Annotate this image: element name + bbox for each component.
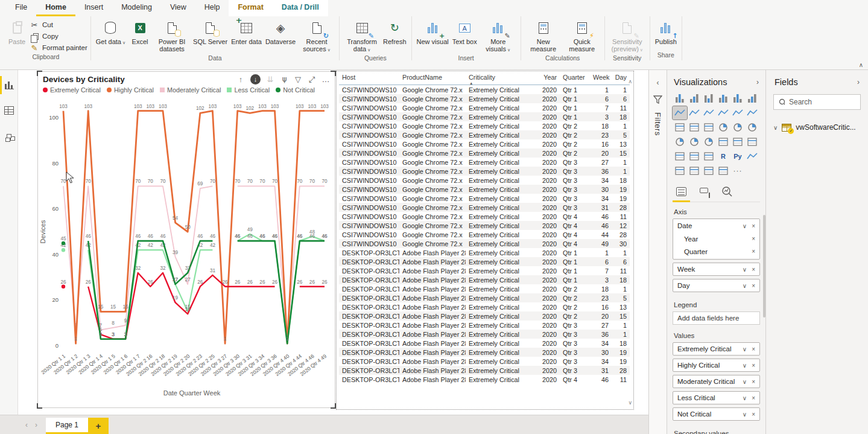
focus-mode-icon[interactable]: ⤢ [308,75,316,85]
scroll-up-icon[interactable]: ∧ [628,78,632,85]
analytics-pane-tab[interactable] [721,185,732,198]
previous-page-icon[interactable]: ‹ [25,421,28,429]
ribbon-tab-insert[interactable]: Insert [75,0,112,16]
legend-item-moderately-critical[interactable]: Moderately Critical [160,86,221,94]
table-row[interactable]: CSI7WINDOWS10Google Chrome 72.xExtremely… [339,158,630,167]
column-header-criticality[interactable]: Criticality▲ [466,72,537,85]
data-view-button[interactable] [0,100,18,121]
column-header-quarter[interactable]: Quarter [560,72,590,85]
treemap-icon[interactable] [745,121,759,134]
excel-button[interactable]: XExcel [127,18,153,45]
clustered-column-chart-icon[interactable] [716,92,730,105]
ribbon-tab-data-drill[interactable]: Data / Drill [273,0,328,16]
field-pill-extremely-critical[interactable]: Extremely Critical∨× [673,342,760,356]
cut-button[interactable]: ✂Cut [30,21,87,29]
table-row[interactable]: CSI7WINDOWS10Google Chrome 72.xExtremely… [339,212,630,221]
table-row[interactable]: CSI7WINDOWS10Google Chrome 72.xExtremely… [339,221,630,230]
field-pill-year[interactable]: Year× [673,232,759,245]
table-row[interactable]: DESKTOP-OR3LCTGAdobe Flash Player 28.xEx… [339,366,630,375]
model-view-button[interactable] [0,126,18,146]
refresh-button[interactable]: ↻Refresh [381,18,408,45]
table-row[interactable]: CSI7WINDOWS10Google Chrome 72.xExtremely… [339,103,630,112]
drill-down-icon[interactable]: ↓ [250,74,261,85]
ribbon-tab-file[interactable]: File [6,0,36,16]
remove-field-icon[interactable]: × [752,411,755,418]
key-influencers-icon[interactable] [745,150,759,163]
remove-field-icon[interactable]: × [752,223,755,229]
map-icon[interactable] [673,135,687,148]
field-pill-quarter[interactable]: Quarter× [673,245,759,258]
table-row[interactable]: CSI7WINDOWS10Google Chrome 72.xExtremely… [339,85,630,95]
ribbon-tab-modeling[interactable]: Modeling [112,0,161,16]
new-measure-button[interactable]: New measure [524,18,563,53]
chevron-down-icon[interactable]: ∨ [743,346,747,353]
matrix-icon[interactable] [702,150,716,163]
table-row[interactable]: DESKTOP-OR3LCTGAdobe Flash Player 28.xEx… [339,321,630,330]
ribbon-tab-format[interactable]: Format [229,0,272,16]
collapse-ribbon-icon[interactable]: ∧ [859,62,863,68]
page-tab[interactable]: Page 1 [46,418,88,434]
paste-button[interactable]: Paste [4,18,30,45]
expand-all-down-icon[interactable]: ⋔ [280,75,288,85]
table-row[interactable]: DESKTOP-OR3LCTGAdobe Flash Player 28.xEx… [339,375,630,384]
table-row[interactable]: CSI7WINDOWS10Google Chrome 72.xExtremely… [339,176,630,185]
selection-handle[interactable] [37,403,42,409]
table-row[interactable]: CSI7WINDOWS10Google Chrome 72.xExtremely… [339,194,630,203]
ribbon-tab-help[interactable]: Help [195,0,229,16]
table-row[interactable]: DESKTOP-OR3LCTGAdobe Flash Player 28.xEx… [339,330,630,339]
filter-icon[interactable]: ▽ [294,75,302,85]
table-row[interactable]: CSI7WINDOWS10Google Chrome 72.xExtremely… [339,148,630,158]
report-view-button[interactable] [0,75,18,95]
legend-item-less-critical[interactable]: Less Critical [227,86,270,94]
waterfall-chart-icon[interactable] [673,121,687,134]
remove-field-icon[interactable]: × [752,346,755,353]
fields-pane-tab[interactable] [676,185,686,198]
table-row[interactable]: DESKTOP-OR3LCTGAdobe Flash Player 28.xEx… [339,284,630,293]
publish-button[interactable]: ↑Publish [653,18,679,45]
collapse-visualizations-icon[interactable]: › [756,78,759,86]
funnel-chart-icon[interactable] [687,121,702,134]
paginated-report-icon[interactable] [702,164,716,177]
q-and-a-icon[interactable] [687,164,702,177]
gauge-icon[interactable] [702,135,716,148]
more-visuals-icon[interactable]: ··· [730,164,745,177]
table-row[interactable]: CSI7WINDOWS10Google Chrome 72.xExtremely… [339,167,630,176]
transform-data-button[interactable]: ✎Transform data ∨ [343,18,381,53]
selection-handle[interactable] [331,71,336,76]
new-visual-button[interactable]: +New visual [415,18,451,45]
expand-next-level-icon[interactable]: ⇊ [266,75,274,85]
ribbon-tab-view[interactable]: View [161,0,195,16]
report-canvas[interactable]: Devices by Criticality ↑↓⇊⋔▽⤢… Extremely… [18,70,648,415]
text-box-button[interactable]: AText box [451,18,479,45]
dataset-table-item[interactable]: ∨ vwSoftwareCritic... [773,123,861,132]
legend-item-highly-critical[interactable]: Highly Critical [107,86,154,94]
line-and-clustered-column-chart-icon[interactable] [730,106,745,120]
table-row[interactable]: DESKTOP-OR3LCTGAdobe Flash Player 28.xEx… [339,348,630,357]
remove-field-icon[interactable]: × [752,235,755,242]
table-row[interactable]: DESKTOP-OR3LCTGAdobe Flash Player 28.xEx… [339,311,630,321]
add-page-button[interactable]: + [88,418,109,434]
remove-field-icon[interactable]: × [752,266,755,273]
chevron-down-icon[interactable]: ∨ [743,378,747,385]
sql-server-button[interactable]: SQL Server [191,18,229,45]
drill-up-icon[interactable]: ↑ [236,75,245,85]
kpi-icon[interactable] [745,135,759,148]
remove-field-icon[interactable]: × [752,282,755,289]
stacked-area-chart-icon[interactable] [702,106,716,120]
table-row[interactable]: DESKTOP-OR3LCTGAdobe Flash Player 28.xEx… [339,275,630,284]
search-input[interactable] [789,98,855,106]
recent-sources-button[interactable]: ↻Recent sources ∨ [297,18,336,53]
chevron-down-icon[interactable]: ∨ [743,411,747,418]
table-row[interactable]: DESKTOP-OR3LCTGAdobe Flash Player 28.xEx… [339,339,630,348]
100-stacked-column-chart-icon[interactable] [745,92,759,105]
field-pill-week[interactable]: Week∨× [673,263,760,276]
card-icon[interactable] [716,135,730,148]
table-row[interactable]: CSI7WINDOWS10Google Chrome 72.xExtremely… [339,203,630,212]
table-row[interactable]: CSI7WINDOWS10Google Chrome 72.xExtremely… [339,112,630,121]
column-header-productname[interactable]: ProductName [399,72,466,85]
fields-search[interactable] [773,94,861,110]
slicer-icon[interactable] [673,150,687,163]
decomposition-tree-icon[interactable] [673,164,687,177]
more-options-icon[interactable]: … [322,75,330,85]
scatter-chart-icon[interactable] [702,121,716,134]
